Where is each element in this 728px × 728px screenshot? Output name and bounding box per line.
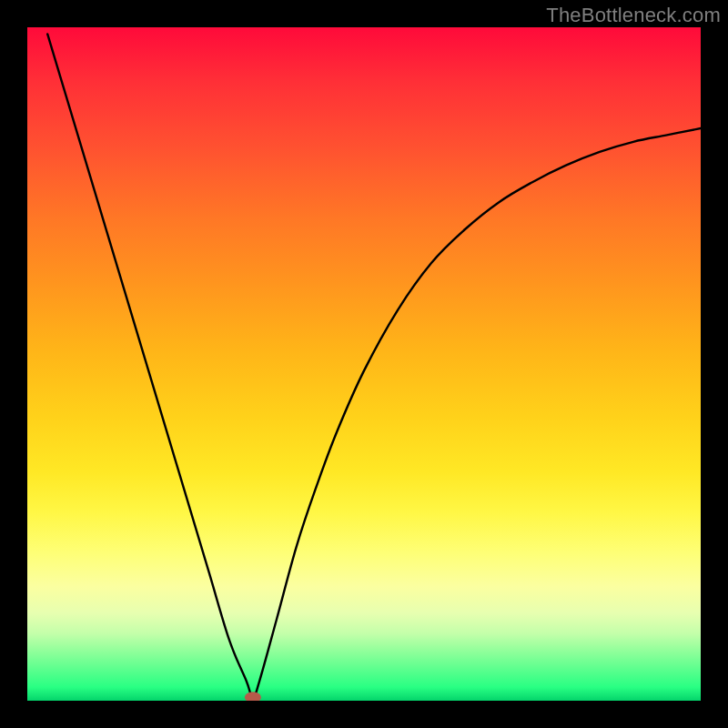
bottleneck-curve <box>47 34 701 697</box>
optimum-marker-icon <box>245 692 261 701</box>
chart-frame: TheBottleneck.com <box>0 0 728 728</box>
watermark-text: TheBottleneck.com <box>546 4 721 27</box>
plot-area <box>27 27 701 701</box>
curve-layer <box>27 27 701 701</box>
